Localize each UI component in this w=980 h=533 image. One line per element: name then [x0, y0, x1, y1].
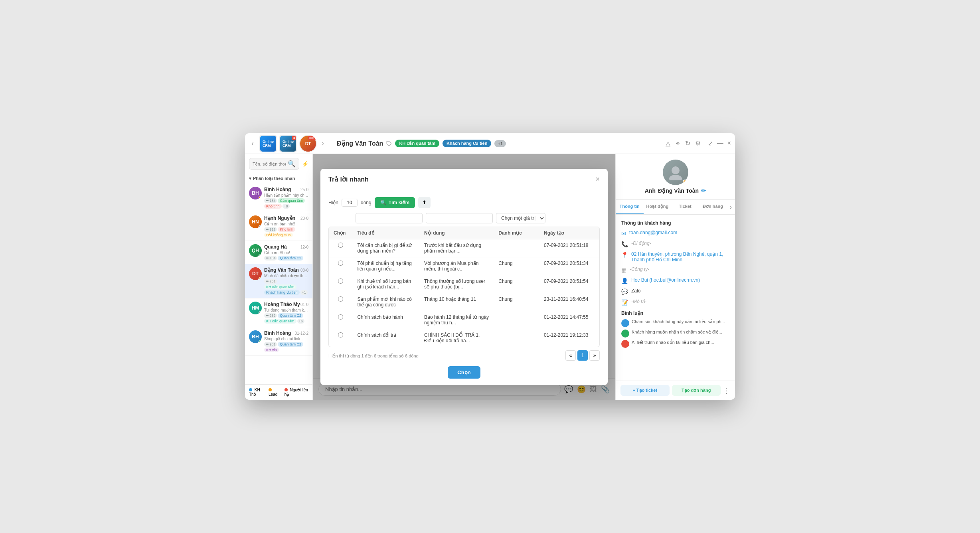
row-radio[interactable] [338, 278, 343, 284]
dialog-header: Trả lời nhanh × [320, 169, 608, 190]
header-tag-extra[interactable]: +1 [494, 140, 506, 147]
sidebar-footer: KH Thô Lead Người liên hệ [245, 384, 312, 400]
page-1-button[interactable]: 1 [577, 350, 588, 361]
more-actions-button[interactable]: ⋮ [723, 386, 730, 395]
connect-icon[interactable]: ⚭ [675, 140, 680, 147]
create-order-button[interactable]: Tạo đơn hàng [672, 385, 721, 396]
header-tag-1[interactable]: KH cần quan tâm [395, 140, 439, 147]
upload-button[interactable]: ⬆ [418, 197, 431, 208]
edit-contact-icon[interactable]: ✏ [701, 188, 706, 194]
logo-tab-1[interactable]: OnlineCRM [259, 135, 277, 152]
row-category: Chung [494, 293, 539, 311]
sidebar-section-header[interactable]: ▾ Phân loại theo nhãn [245, 174, 312, 184]
filter-icon[interactable]: ⚡ [302, 161, 308, 167]
close-icon[interactable]: × [727, 140, 731, 147]
phone-row: 📞 -Di động- [621, 241, 729, 247]
avatar: QH [249, 244, 262, 257]
contact-preview: Shop gửi cho tui link ... [264, 337, 308, 341]
next-page-button[interactable]: » [589, 350, 600, 361]
email-icon: ✉ [621, 230, 626, 237]
contact-preview: Mình đã nhận được thông... [264, 274, 308, 278]
row-radio[interactable] [338, 261, 343, 266]
row-category [494, 311, 539, 329]
row-content: Với phương án Mua phần mềm, thì ngoài c.… [419, 257, 494, 275]
address-row: 📍 02 Hàn thuyên, phường Bến Nghé, quận 1… [621, 251, 729, 263]
list-item[interactable]: HM Hoàng Thảo My 01-0 Tui đang muốn tham… [245, 298, 312, 327]
dialog-body: Hiện dòng 🔍 Tìm kiếm ⬆ [320, 190, 608, 385]
tab-hoat-dong[interactable]: Hoạt động [644, 200, 672, 214]
row-radio[interactable] [338, 296, 343, 302]
search-input-wrap[interactable]: 🔍 [249, 158, 299, 170]
row-radio[interactable] [338, 314, 343, 320]
minimize-icon[interactable]: — [717, 140, 723, 147]
row-date: 01-12-2021 14:47:55 [539, 311, 599, 329]
row-date: 07-09-2021 20:51:34 [539, 257, 599, 275]
header-tag-2[interactable]: Khách hàng ưu tiên [443, 140, 491, 147]
contacts-list: BH Bình Hoàng 25-0 Hiện sản phẩm này chư… [245, 184, 312, 384]
comment-item: Ai hết trưnh nháo đổn tài liệu bán giá c… [621, 340, 729, 348]
address-value[interactable]: 02 Hàn thuyên, phường Bến Nghé, quận 1, … [631, 251, 729, 263]
row-radio[interactable] [338, 243, 343, 248]
category-filter-select[interactable]: Chọn một giá trị Chung [496, 213, 545, 223]
prev-page-button[interactable]: « [565, 350, 576, 361]
chat-area: Trả lời nhanh × Hiện dòng 🔍 Tìm kiếm [313, 154, 615, 400]
comment-section: Bình luận Chăm sóc khách hàng này cần tà… [621, 310, 729, 348]
email-value[interactable]: toan.dang@gmail.com [629, 230, 677, 235]
external-icon[interactable]: ⤢ [708, 140, 713, 147]
quick-reply-dialog: Trả lời nhanh × Hiện dòng 🔍 Tìm kiếm [320, 169, 608, 385]
search-button[interactable]: 🔍 Tìm kiếm [375, 197, 415, 208]
alert-icon[interactable]: △ [666, 140, 670, 147]
comment-item: Chăm sóc khách hàng này cần tài liệu sản… [621, 319, 729, 327]
list-item[interactable]: BH Bình Hoàng 01-12-2 Shop gửi cho tui l… [245, 327, 312, 356]
logo-tab-3[interactable]: DT 99+ [299, 135, 317, 152]
tab-thong-tin[interactable]: Thông tin [616, 200, 644, 214]
logo-tab-2[interactable]: OnlineCRM 3 [279, 135, 297, 152]
customer-info-title: Thông tin khách hàng [621, 220, 729, 226]
contact-tag-more: +9 [283, 204, 290, 209]
list-item[interactable]: BH Bình Hoàng 25-0 Hiện sản phẩm này chư… [245, 184, 312, 212]
title-filter-input[interactable] [356, 213, 423, 223]
settings-icon[interactable]: ⚙ [695, 140, 701, 147]
table-row: Tôi cần chuẩn bị gì để sử dụng phần mềm?… [329, 239, 599, 257]
list-item[interactable]: DT Đặng Văn Toàn 08-0 Mình đã nhận được … [245, 264, 312, 298]
contact-date: 12-0 [300, 245, 308, 249]
create-ticket-button[interactable]: + Tạo ticket [620, 385, 670, 396]
list-item[interactable]: QH Quang Hà 12-0 Cảm ơn Shop! •••134 [245, 241, 312, 264]
row-title: Tôi phải chuẩn bị hạ tầng liên quan gì n… [352, 257, 419, 275]
row-content: Bảo hành 12 tháng kể từ ngày nghiệm thu … [419, 311, 494, 329]
logo-tabs: OnlineCRM OnlineCRM 3 DT 99+ [259, 135, 317, 152]
description-icon: 📝 [621, 299, 628, 306]
content-filter-input[interactable] [426, 213, 493, 223]
rows-per-page-input[interactable] [342, 199, 358, 207]
row-title: Chính sách đổi trả [352, 329, 419, 347]
dialog-close-button[interactable]: × [595, 175, 600, 184]
contact-preview: Cảm ơn Shop! [264, 251, 308, 255]
contact-name: Hạnh Nguyễn [264, 215, 295, 221]
contact-date: 25-0 [300, 188, 308, 192]
tab-don-hang[interactable]: Đơn hàng [699, 200, 727, 214]
row-content: CHÍNH SÁCH ĐỔI TRẢ 1. Điều kiện đổi trả … [419, 329, 494, 347]
search-input[interactable] [253, 162, 286, 166]
refresh-icon[interactable]: ↻ [685, 140, 690, 147]
table-row: Chính sách đổi trả CHÍNH SÁCH ĐỔI TRẢ 1.… [329, 329, 599, 347]
pagination-controls: « 1 » [565, 350, 600, 361]
contact-tag: KH cần quan tâm [264, 319, 296, 324]
list-item[interactable]: HN Hạnh Nguyễn 20-0 Cảm ơn bạn nhé! •••9… [245, 212, 312, 241]
search-icon: 🔍 [288, 160, 296, 168]
nav-back[interactable]: ‹ [249, 138, 256, 149]
avatar: BH [249, 330, 262, 343]
company-value: -Công ty- [630, 266, 649, 272]
header-contact-info: Đặng Văn Toàn KH cần quan tâm Khách hàng… [329, 140, 662, 147]
col-header-title: Tiêu đề [352, 227, 419, 239]
avatar: HN [249, 215, 262, 228]
tab-more-icon[interactable]: › [727, 200, 735, 214]
assignee-value[interactable]: Hoc Bui (hoc.bui@onlinecrm.vn) [631, 277, 700, 283]
nav-forward[interactable]: › [320, 139, 326, 148]
row-radio[interactable] [338, 332, 343, 338]
comment-text: Khách hàng muốn nhận tin chăm sóc về điề… [632, 330, 722, 335]
tab-ticket[interactable]: Ticket [671, 200, 699, 214]
phone-value: -Di động- [631, 241, 651, 246]
status-dot [259, 277, 262, 280]
col-header-choose: Chọn [329, 227, 352, 239]
choose-button[interactable]: Chọn [448, 366, 480, 379]
